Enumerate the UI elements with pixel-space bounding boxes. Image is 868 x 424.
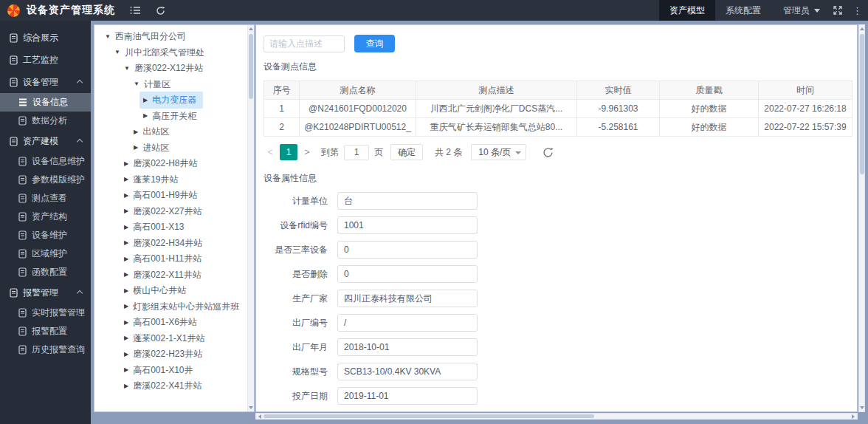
prev-page-icon[interactable]: < <box>264 147 277 157</box>
tree-node[interactable]: 蓬莱002-1-X1井站 <box>94 331 254 347</box>
tree-node[interactable]: 磨溪022-X27井站 <box>94 204 254 220</box>
jump-page-input[interactable] <box>344 145 369 160</box>
main-hscrollbar-thumb[interactable] <box>264 414 594 418</box>
tree-toggle-icon[interactable] <box>124 177 128 182</box>
scroll-up-icon[interactable] <box>249 27 253 30</box>
form-field-input[interactable] <box>337 314 478 332</box>
tree-toggle-icon[interactable] <box>124 193 128 199</box>
tree-node[interactable]: 计量区 <box>94 77 254 93</box>
form-field-input[interactable] <box>337 387 478 405</box>
main-vertical-scrollbar[interactable] <box>858 24 865 412</box>
tree-toggle-icon[interactable] <box>143 113 148 119</box>
sidebar-item[interactable]: 区域维护 <box>0 245 91 263</box>
tree-toggle-icon[interactable] <box>143 98 148 103</box>
form-field-input[interactable] <box>337 216 478 234</box>
tree-toggle-icon[interactable] <box>124 66 130 72</box>
tree-toggle-icon[interactable] <box>124 256 128 262</box>
tree-node[interactable]: 磨溪022-X12井站 <box>94 61 254 77</box>
point-desc-input[interactable] <box>264 35 345 52</box>
tree-node[interactable]: 蓬莱19井站 <box>94 172 254 188</box>
sidebar-item[interactable]: 数据分析 <box>0 112 91 130</box>
sidebar-item[interactable]: 设备信息维护 <box>0 152 91 171</box>
tree-toggle-icon[interactable] <box>124 208 128 214</box>
points-table-row[interactable]: 2 @K210248PDIRTU00512_ 重庆气矿长寿运销部集气总站80..… <box>264 118 852 137</box>
tree-toggle-icon[interactable] <box>124 383 128 389</box>
topbar-nav-item[interactable]: 系统配置 <box>715 0 771 21</box>
form-field-input[interactable] <box>337 411 478 412</box>
jump-confirm-button[interactable]: 确定 <box>390 144 423 160</box>
main-horizontal-scrollbar[interactable] <box>255 413 858 420</box>
tree-node[interactable]: 横山中心井站 <box>94 283 254 299</box>
sidebar-item[interactable]: 设备信息 <box>0 93 91 112</box>
tree-node[interactable]: 高石001-X6井站 <box>94 315 254 331</box>
form-field-input[interactable] <box>337 241 478 259</box>
tree-node[interactable]: 高石001-H9井站 <box>94 188 254 204</box>
sidebar-item[interactable]: 设备管理 <box>0 71 91 93</box>
sidebar-item[interactable]: 工艺监控 <box>0 49 91 71</box>
form-field-input[interactable] <box>337 265 478 283</box>
more-options-icon[interactable]: ⋮ <box>852 5 862 16</box>
tree-node[interactable]: 川中北部采气管理处 <box>94 45 254 61</box>
sidebar-item[interactable]: 实时报警管理 <box>0 304 91 322</box>
sidebar-item[interactable]: 设备维护 <box>0 226 91 245</box>
tree-scrollbar[interactable] <box>247 25 254 411</box>
sidebar-item[interactable]: 函数配置 <box>0 263 91 281</box>
tree-toggle-icon[interactable] <box>124 272 128 278</box>
scroll-up-icon[interactable] <box>860 27 864 30</box>
tree-toggle-icon[interactable] <box>124 161 128 167</box>
tree-toggle-icon[interactable] <box>124 304 128 310</box>
tree-toggle-icon[interactable] <box>134 81 140 87</box>
refresh-icon[interactable] <box>156 6 165 16</box>
tree-toggle-icon[interactable] <box>134 145 138 151</box>
tree-node[interactable]: 电力变压器 <box>94 92 254 109</box>
current-page[interactable]: 1 <box>280 144 297 160</box>
query-button[interactable]: 查询 <box>354 35 395 52</box>
menu-list-icon[interactable] <box>130 6 141 15</box>
user-menu[interactable]: 管理员 <box>783 4 820 17</box>
scroll-down-icon[interactable] <box>249 406 253 409</box>
tree-node[interactable]: 磨溪022-H23井站 <box>94 346 254 363</box>
sidebar-item[interactable]: 测点查看 <box>0 189 91 208</box>
sidebar-item[interactable]: 资产结构 <box>0 208 91 226</box>
tree-node[interactable]: 磨溪022-H34井站 <box>94 236 254 252</box>
tree-toggle-icon[interactable] <box>105 34 111 40</box>
tree-node[interactable]: 出站区 <box>94 124 254 140</box>
sidebar-item[interactable]: 资产建模 <box>0 130 91 152</box>
sidebar-item[interactable]: 历史报警查询 <box>0 341 91 359</box>
sidebar-item[interactable]: 报警管理 <box>0 281 91 304</box>
scroll-down-icon[interactable] <box>860 406 864 409</box>
tree-toggle-icon[interactable] <box>124 335 128 341</box>
points-table-row[interactable]: 1 @N241601FQD0012020 川西北广元剑阁净化厂DCS蒸汽... … <box>264 100 852 118</box>
tree-node[interactable]: 灯影组末站中心井站巡井班 <box>94 299 254 315</box>
sidebar-item[interactable]: 报警配置 <box>0 322 91 341</box>
page-size-select[interactable]: 10 条/页 <box>471 144 526 160</box>
topbar-nav-item[interactable]: 资产模型 <box>659 0 715 21</box>
tree-toggle-icon[interactable] <box>124 352 128 358</box>
tree-toggle-icon[interactable] <box>124 320 128 326</box>
tree-node[interactable]: 磨溪022-X11井站 <box>94 267 254 284</box>
tree-toggle-icon[interactable] <box>134 129 138 135</box>
form-field-input[interactable] <box>337 192 478 210</box>
tree-node[interactable]: 高石001-X13 <box>94 219 254 236</box>
main-vscrollbar-thumb[interactable] <box>860 34 864 174</box>
scroll-left-icon[interactable] <box>258 414 261 419</box>
next-page-icon[interactable]: > <box>300 147 314 157</box>
form-field-input[interactable] <box>337 290 478 307</box>
tree-node[interactable]: 高石001-H11井站 <box>94 251 254 267</box>
tree-node[interactable]: 磨溪022-H8井站 <box>94 156 254 172</box>
tree-toggle-icon[interactable] <box>114 49 120 55</box>
sidebar-item[interactable]: 综合展示 <box>0 27 91 49</box>
form-field-input[interactable] <box>337 338 478 356</box>
tree-node[interactable]: 西南油气田分公司 <box>94 29 254 45</box>
tree-toggle-icon[interactable] <box>124 288 128 294</box>
table-refresh-icon[interactable] <box>542 147 554 158</box>
tree-node[interactable]: 高石001-X10井 <box>94 363 254 379</box>
tree-node[interactable]: 进站区 <box>94 140 254 157</box>
form-field-input[interactable] <box>337 363 478 380</box>
tree-toggle-icon[interactable] <box>124 240 128 246</box>
tree-toggle-icon[interactable] <box>124 367 128 373</box>
tree-node[interactable]: 磨溪022-X41井站 <box>94 378 254 394</box>
sidebar-item[interactable]: 参数模版维护 <box>0 171 91 189</box>
tree-toggle-icon[interactable] <box>124 225 128 230</box>
fullscreen-icon[interactable] <box>833 6 842 15</box>
